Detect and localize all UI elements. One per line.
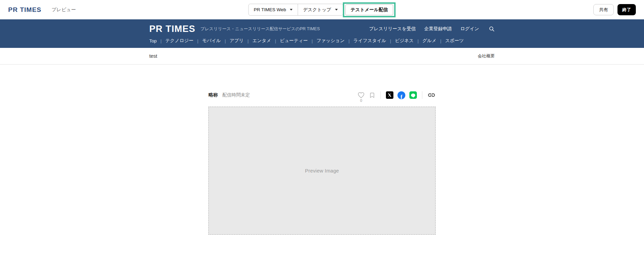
bookmark-button[interactable] [369, 92, 375, 98]
chevron-down-icon [290, 9, 292, 11]
copy-link-button[interactable] [427, 91, 436, 99]
chevron-down-icon [335, 9, 338, 11]
delivery-time-label: 配信時間未定 [222, 92, 250, 98]
site-tagline: プレスリリース・ニュースリリース配信サービスのPR TIMES [201, 26, 320, 32]
test-mail-highlight: テストメール配信 [343, 2, 396, 17]
like-count: 0 [360, 98, 362, 103]
category-separator: | [197, 38, 199, 43]
facebook-icon: f [401, 94, 403, 99]
copy-link-icon [427, 91, 436, 99]
site-select-label: PR TIMES Web [254, 7, 286, 12]
category-link[interactable]: ビューティー [280, 38, 308, 44]
site-navbar: PR TIMES プレスリリース・ニュースリリース配信サービスのPR TIMES… [0, 19, 644, 48]
preview-mode-group: PR TIMES Web デスクトップ [248, 4, 343, 16]
category-separator: | [311, 38, 313, 43]
category-link[interactable]: ファッション [317, 38, 345, 44]
category-link[interactable]: グルメ [422, 38, 436, 44]
category-link[interactable]: スポーツ [445, 38, 464, 44]
category-separator: | [248, 38, 249, 43]
line-share-button[interactable] [409, 91, 417, 99]
article-preview: 略称 配信時間未定 0 f [208, 91, 436, 235]
share-button[interactable]: 共有 [593, 4, 614, 15]
prtimes-logo[interactable]: PR TIMES [8, 6, 41, 14]
company-overview-link[interactable]: 会社概要 [478, 53, 495, 59]
nav-link-company-register[interactable]: 企業登録申請 [424, 26, 452, 32]
test-mail-button[interactable]: テストメール配信 [345, 4, 393, 15]
company-abbreviation: 略称 [208, 92, 218, 98]
exit-button[interactable]: 終了 [617, 4, 636, 15]
x-icon [388, 93, 392, 97]
site-select[interactable]: PR TIMES Web [249, 4, 298, 15]
like-button[interactable]: 0 [357, 91, 365, 99]
prtimes-navbar-logo[interactable]: PR TIMES [149, 24, 196, 34]
preview-toolbar: PR TIMES プレビュー PR TIMES Web デスクトップ テストメー… [0, 0, 644, 19]
category-link[interactable]: エンタメ [252, 38, 271, 44]
category-link[interactable]: ビジネス [395, 38, 413, 44]
category-link[interactable]: アプリ [230, 38, 243, 44]
x-share-button[interactable] [386, 91, 393, 99]
divider [380, 91, 381, 99]
preview-label: プレビュー [52, 7, 76, 13]
category-separator: | [225, 38, 226, 43]
nav-link-login[interactable]: ログイン [460, 26, 479, 32]
category-link[interactable]: モバイル [202, 38, 221, 44]
device-select[interactable]: デスクトップ [298, 4, 343, 15]
facebook-share-button[interactable]: f [397, 91, 405, 99]
search-icon[interactable] [489, 26, 495, 32]
category-separator: | [440, 38, 442, 43]
category-separator: | [418, 38, 419, 43]
category-link[interactable]: テクノロジー [165, 38, 193, 44]
category-nav: Top|テクノロジー|モバイル|アプリ|エンタメ|ビューティー|ファッション|ラ… [149, 38, 495, 44]
category-link[interactable]: ライフスタイル [353, 38, 386, 44]
company-name[interactable]: test [149, 53, 157, 59]
heart-icon [357, 91, 365, 99]
bookmark-icon [369, 92, 375, 98]
device-select-label: デスクトップ [303, 7, 331, 13]
preview-image-placeholder: Preview Image [208, 107, 436, 235]
nav-link-receive-release[interactable]: プレスリリースを受信 [369, 26, 416, 32]
company-subheader: test 会社概要 [0, 48, 644, 65]
divider [422, 91, 422, 99]
category-separator: | [390, 38, 391, 43]
preview-image-label: Preview Image [305, 168, 339, 174]
category-separator: | [349, 38, 350, 43]
category-link[interactable]: Top [149, 38, 157, 43]
category-separator: | [275, 38, 276, 43]
line-icon [410, 93, 416, 98]
category-separator: | [160, 38, 162, 43]
